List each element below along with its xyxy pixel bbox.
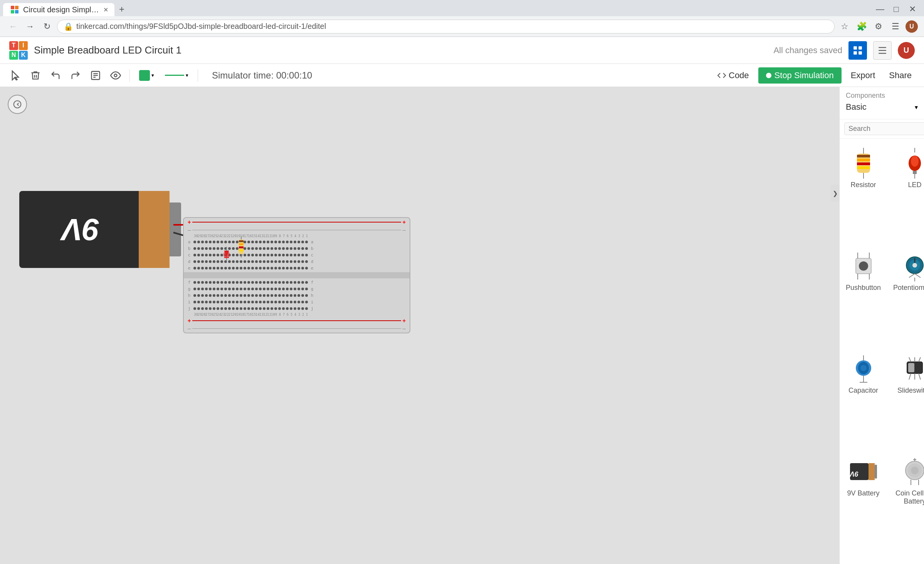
svg-rect-10 [879, 53, 886, 54]
minimize-button[interactable]: — [873, 2, 887, 16]
profile-extensions[interactable]: ⚙ [872, 20, 885, 33]
browser-chrome: Circuit design Simple Breadboar... ✕ + —… [0, 0, 924, 37]
active-tab[interactable]: Circuit design Simple Breadboar... ✕ [3, 3, 114, 16]
potentiometer-label: Potentiometer [893, 284, 924, 292]
plus-sign-bottom: + [188, 318, 191, 324]
search-input[interactable] [844, 122, 924, 135]
component-led[interactable]: LED [890, 145, 924, 241]
resistor-label: Resistor [851, 181, 876, 189]
new-tab-button[interactable]: + [116, 2, 128, 16]
pushbutton-icon [848, 251, 879, 281]
num-17: 17 [244, 234, 247, 238]
tab-title: Circuit design Simple Breadboar... [23, 5, 100, 14]
logo-t: T [9, 41, 18, 50]
right-panel: Components Basic ▾ ❯ 🔍 [839, 87, 924, 564]
red-rail-line [192, 222, 401, 223]
line-style-button[interactable]: ▾ [162, 71, 192, 80]
browser-actions: ☆ 🧩 ⚙ ☰ U [838, 20, 918, 33]
code-button[interactable]: Code [712, 68, 754, 83]
components-dropdown[interactable]: Basic ▾ [846, 100, 918, 114]
svg-point-64 [860, 365, 867, 371]
bookmark-button[interactable]: ☆ [838, 20, 852, 33]
share-button[interactable]: Share [884, 68, 916, 83]
plus-sign-top-right: + [403, 219, 406, 225]
9v-battery-label: 9V Battery [847, 489, 880, 497]
collapse-panel-button[interactable]: ❯ [831, 185, 839, 202]
svg-rect-2 [11, 10, 14, 13]
num-27: 27 [205, 234, 208, 238]
svg-rect-77 [869, 463, 875, 480]
profile-avatar[interactable]: U [906, 20, 918, 33]
component-capacitor[interactable]: Capacitor [843, 350, 884, 447]
toolbar-separator-2 [198, 69, 198, 82]
num-16: 16 [248, 234, 250, 238]
plus-sign-top: + [188, 219, 191, 225]
lock-icon: 🔒 [64, 22, 73, 31]
redo-button[interactable] [68, 68, 83, 83]
capacitor-label: Capacitor [848, 387, 878, 395]
visibility-button[interactable] [108, 68, 123, 83]
num-9: 9 [275, 234, 277, 238]
back-button[interactable]: ← [6, 20, 20, 33]
led-label: LED [908, 181, 922, 189]
toolbar-separator-1 [129, 69, 130, 82]
component-resistor[interactable]: Resistor [843, 145, 884, 241]
stop-simulation-button[interactable]: Stop Simulation [758, 67, 842, 84]
component-pushbutton[interactable]: Pushbutton [843, 248, 884, 344]
logo-i: I [19, 41, 28, 50]
num-8: 8 [279, 234, 281, 238]
circuit-view-button[interactable] [848, 41, 867, 60]
svg-rect-6 [853, 51, 857, 55]
tab-close-button[interactable]: ✕ [103, 6, 108, 13]
num-10: 10 [271, 234, 274, 238]
component-coin-cell[interactable]: Coin Cell 3V Battery [890, 453, 924, 558]
svg-line-59 [909, 274, 915, 278]
svg-rect-4 [853, 46, 857, 50]
svg-rect-29 [239, 246, 244, 248]
component-potentiometer[interactable]: Potentiometer [890, 248, 924, 344]
address-bar[interactable]: 🔒 tinkercad.com/things/9FSld5pOJbd-simpl… [57, 20, 835, 33]
battery-9v[interactable]: 9V [19, 191, 181, 268]
svg-point-36 [223, 251, 230, 258]
svg-rect-5 [858, 46, 862, 50]
led-component[interactable] [223, 247, 230, 266]
component-9v-battery[interactable]: 9V 9V Battery [843, 453, 884, 558]
svg-rect-9 [879, 50, 886, 50]
user-avatar[interactable]: U [898, 42, 915, 59]
select-button[interactable] [8, 68, 23, 83]
history-button[interactable]: ☰ [889, 20, 902, 33]
notes-button[interactable] [88, 68, 103, 83]
header-right: All changes saved U [773, 41, 915, 60]
battery-tan-body [139, 191, 170, 268]
component-slideswitch[interactable]: Slideswitch [890, 350, 924, 447]
canvas-area[interactable]: 9V [0, 87, 839, 564]
num-23: 23 [221, 234, 223, 238]
reload-button[interactable]: ↻ [40, 20, 54, 33]
color-picker-button[interactable]: ▾ [136, 69, 157, 82]
resistor-component[interactable] [238, 236, 244, 258]
num-22: 22 [225, 234, 227, 238]
close-window-button[interactable]: ✕ [906, 2, 919, 16]
export-button[interactable]: Export [846, 68, 880, 83]
top-numbers-row: 30 29 28 27 26 25 24 23 22 21 20 19 18 1… [184, 233, 410, 239]
num-24: 24 [217, 234, 220, 238]
battery-dark-body: 9V [19, 191, 143, 268]
maximize-button[interactable]: □ [889, 2, 903, 16]
svg-line-75 [919, 357, 921, 362]
tab-bar: Circuit design Simple Breadboar... ✕ + —… [0, 0, 924, 16]
potentiometer-icon [899, 251, 924, 281]
tinkercad-logo[interactable]: T I N K [9, 41, 28, 60]
rotate-control[interactable] [8, 95, 27, 114]
extensions-button[interactable]: 🧩 [855, 20, 869, 33]
forward-button[interactable]: → [23, 20, 37, 33]
svg-line-73 [909, 357, 911, 362]
top-blue-rail: — — [184, 226, 410, 233]
browser-controls: ← → ↻ 🔒 tinkercad.com/things/9FSld5pOJbd… [0, 16, 924, 37]
list-view-button[interactable] [873, 41, 892, 60]
delete-button[interactable] [28, 68, 43, 83]
num-20: 20 [232, 234, 235, 238]
svg-line-60 [915, 274, 921, 278]
undo-button[interactable] [48, 68, 63, 83]
simulator-time: Simulator time: 00:00:10 [212, 70, 312, 81]
color-dropdown-icon: ▾ [151, 72, 154, 78]
